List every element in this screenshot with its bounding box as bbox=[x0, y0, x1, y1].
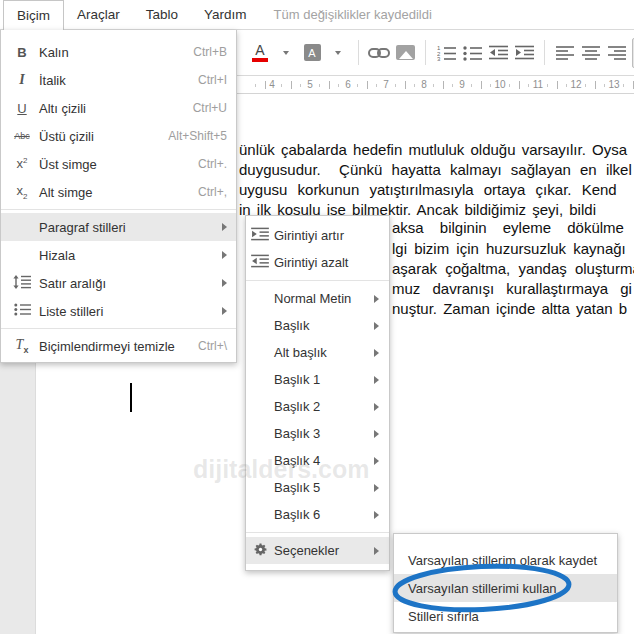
menu-item-baslik[interactable]: Başlık bbox=[246, 312, 389, 339]
submenu-arrow-icon bbox=[222, 307, 227, 315]
ruler-number: 6 bbox=[343, 79, 353, 90]
submenu-arrow-icon bbox=[222, 279, 227, 287]
superscript-icon: x2 bbox=[9, 156, 35, 171]
menu-bicim[interactable]: Biçim bbox=[3, 0, 64, 30]
menu-item-italik[interactable]: I İtalik Ctrl+I bbox=[1, 66, 236, 94]
ruler-number: 7 bbox=[381, 79, 391, 90]
submenu-arrow-icon bbox=[374, 403, 379, 411]
doc-text-line: nuştur. Zaman içinde altta yatan b bbox=[392, 300, 627, 317]
submenu-arrow-icon bbox=[374, 484, 379, 492]
menu-item-baslik-6[interactable]: Başlık 6 bbox=[246, 501, 389, 528]
italic-icon: I bbox=[9, 72, 35, 88]
ruler-number: 9 bbox=[457, 79, 467, 90]
toolbar: A A 123 bbox=[237, 30, 634, 76]
menu-yardim[interactable]: Yardım bbox=[191, 0, 260, 29]
menu-item-paragraf-stilleri[interactable]: Paragraf stilleri bbox=[1, 213, 236, 241]
menu-item-girintiyi-azalt[interactable]: Girintiyi azalt bbox=[246, 249, 389, 276]
ruler-number: 4 bbox=[267, 79, 277, 90]
align-right-icon bbox=[608, 46, 626, 60]
submenu-arrow-icon bbox=[374, 295, 379, 303]
bulleted-list-icon bbox=[463, 45, 482, 61]
menu-item-baslik-1[interactable]: Başlık 1 bbox=[246, 366, 389, 393]
indent-increase-icon bbox=[250, 227, 270, 244]
bulleted-list-button[interactable] bbox=[461, 38, 483, 68]
insert-image-button[interactable] bbox=[394, 38, 416, 68]
submenu-arrow-icon bbox=[374, 457, 379, 465]
caret-down-icon bbox=[283, 51, 289, 55]
menu-item-normal-metin[interactable]: Normal Metin bbox=[246, 285, 389, 312]
menubar: Biçim Araçlar Tablo Yardım Tüm değişikli… bbox=[0, 0, 634, 30]
align-left-icon bbox=[556, 46, 574, 60]
menu-item-baslik-2[interactable]: Başlık 2 bbox=[246, 393, 389, 420]
svg-text:3: 3 bbox=[437, 56, 441, 61]
menu-item-alt-baslik[interactable]: Alt başlık bbox=[246, 339, 389, 366]
menu-araclar[interactable]: Araçlar bbox=[64, 0, 133, 29]
menu-item-secenekler[interactable]: Seçenekler bbox=[246, 537, 389, 564]
ruler-number: 12 bbox=[568, 79, 583, 90]
underline-icon: U bbox=[9, 101, 35, 116]
bold-icon: B bbox=[9, 45, 35, 60]
toolbar-separator bbox=[544, 40, 545, 65]
menu-item-satir-araligi[interactable]: Satır aralığı bbox=[1, 269, 236, 297]
strikethrough-icon: Abc bbox=[9, 131, 35, 141]
doc-text-line: uygusu korkunun yatıştırılmasıyla ortaya… bbox=[239, 181, 617, 198]
menu-item-liste-stilleri[interactable]: Liste stilleri bbox=[1, 297, 236, 325]
format-menu: B Kalın Ctrl+B I İtalik Ctrl+I U Altı çi… bbox=[0, 30, 237, 363]
menu-item-varsayilan-kaydet[interactable]: Varsayılan stillerim olarak kaydet bbox=[394, 546, 617, 574]
menu-item-alti-cizili[interactable]: U Altı çizili Ctrl+U bbox=[1, 94, 236, 122]
clear-formatting-icon: Tx bbox=[9, 337, 35, 355]
menu-item-bicimlendirmeyi-temizle[interactable]: Tx Biçimlendirmeyi temizle Ctrl+\ bbox=[1, 332, 236, 360]
paragraph-styles-submenu: Girintiyi artır Girintiyi azalt Normal M… bbox=[245, 215, 390, 571]
text-cursor bbox=[130, 383, 132, 412]
ruler-number: 10 bbox=[492, 79, 507, 90]
align-left-button[interactable] bbox=[554, 38, 576, 68]
menu-item-varsayilan-kullan[interactable]: Varsayılan stillerimi kullan bbox=[394, 574, 617, 602]
highlight-color-button[interactable]: A bbox=[301, 38, 323, 68]
menu-item-ust-simge[interactable]: x2 Üst simge Ctrl+. bbox=[1, 150, 236, 178]
gear-icon bbox=[250, 542, 270, 560]
submenu-arrow-icon bbox=[222, 251, 227, 259]
align-center-button[interactable] bbox=[580, 38, 602, 68]
align-right-button[interactable] bbox=[606, 38, 628, 68]
submenu-arrow-icon bbox=[374, 511, 379, 519]
save-status: Tüm değişiklikler kaydedildi bbox=[274, 0, 432, 29]
text-color-caret[interactable] bbox=[275, 38, 297, 68]
menu-item-girintiyi-artir[interactable]: Girintiyi artır bbox=[246, 222, 389, 249]
menu-item-baslik-3[interactable]: Başlık 3 bbox=[246, 420, 389, 447]
ruler-number: 13 bbox=[606, 79, 621, 90]
text-color-button[interactable]: A bbox=[249, 38, 271, 68]
submenu-arrow-icon bbox=[374, 376, 379, 384]
submenu-arrow-icon bbox=[374, 349, 379, 357]
indent-increase-icon bbox=[515, 45, 534, 60]
menu-item-hizala[interactable]: Hizala bbox=[1, 241, 236, 269]
toolbar-separator bbox=[425, 40, 426, 65]
toolbar-separator bbox=[358, 40, 359, 65]
doc-text-line: aksa bilginin eyleme dökülme bbox=[392, 219, 624, 236]
highlight-color-caret[interactable] bbox=[327, 38, 349, 68]
menu-tablo[interactable]: Tablo bbox=[133, 0, 191, 29]
line-spacing-icon bbox=[9, 275, 35, 292]
indent-increase-button[interactable] bbox=[513, 38, 535, 68]
menu-separator bbox=[1, 328, 236, 329]
numbered-list-button[interactable]: 123 bbox=[435, 38, 457, 68]
menu-item-kalin[interactable]: B Kalın Ctrl+B bbox=[1, 38, 236, 66]
google-docs-screen: ünlük çabalarda hedefin mutluluk olduğu … bbox=[0, 0, 634, 634]
indent-decrease-icon bbox=[250, 254, 270, 271]
ruler-number: 5 bbox=[305, 79, 315, 90]
image-icon bbox=[396, 45, 415, 60]
align-center-icon bbox=[582, 46, 600, 60]
menu-item-stilleri-sifirla[interactable]: Stilleri sıfırla bbox=[394, 602, 617, 630]
menu-item-alt-simge[interactable]: x2 Alt simge Ctrl+, bbox=[1, 178, 236, 206]
indent-decrease-button[interactable] bbox=[487, 38, 509, 68]
menu-separator bbox=[246, 280, 389, 281]
submenu-arrow-icon bbox=[374, 547, 379, 555]
subscript-icon: x2 bbox=[9, 183, 35, 201]
menu-separator bbox=[246, 532, 389, 533]
menu-item-ustu-cizili[interactable]: Abc Üstü çizili Alt+Shift+5 bbox=[1, 122, 236, 150]
insert-link-button[interactable] bbox=[368, 38, 390, 68]
text-color-icon: A bbox=[252, 44, 268, 62]
submenu-arrow-icon bbox=[222, 223, 227, 231]
ruler-number: 11 bbox=[531, 79, 545, 90]
doc-text-line: aşarak çoğaltma, yandaş oluşturma bbox=[392, 260, 634, 277]
caret-down-icon bbox=[335, 51, 341, 55]
